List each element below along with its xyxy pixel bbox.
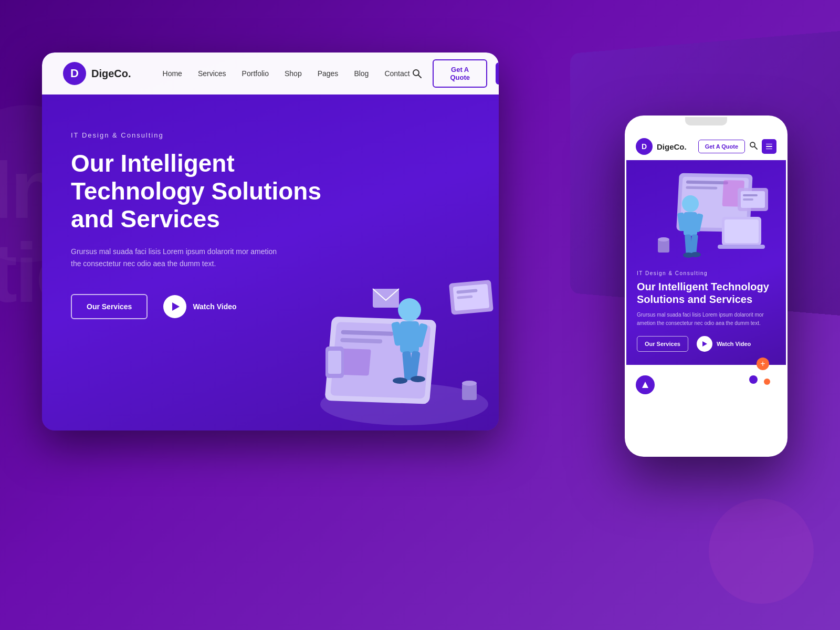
desktop-watch-video-label: Watch Video bbox=[193, 302, 236, 311]
svg-rect-30 bbox=[686, 186, 717, 189]
mobile-hero-title: Our Intelligent Technology Solutions and… bbox=[637, 280, 775, 306]
nav-link-blog[interactable]: Blog bbox=[354, 69, 369, 78]
mobile-hero-text: IT Design & Consulting Our Intelligent T… bbox=[626, 265, 786, 362]
mobile-hamburger-line-1 bbox=[766, 144, 772, 145]
svg-point-8 bbox=[398, 298, 421, 321]
desktop-hero-content: IT Design & Consulting Our Intelligent T… bbox=[42, 94, 499, 430]
mobile-search-icon[interactable] bbox=[749, 141, 758, 152]
svg-line-1 bbox=[418, 75, 421, 78]
desktop-hero-title: Our Intelligent Technology Solutions and… bbox=[71, 150, 333, 233]
svg-point-39 bbox=[690, 252, 701, 257]
svg-point-14 bbox=[393, 377, 407, 384]
svg-rect-41 bbox=[724, 219, 759, 243]
mobile-card: D DigeCo. Get A Quote bbox=[625, 116, 788, 457]
svg-point-21 bbox=[462, 381, 477, 386]
nav-link-home[interactable]: Home bbox=[163, 69, 182, 78]
mobile-watch-video-button[interactable]: Watch Video bbox=[697, 336, 751, 352]
mobile-hero-description: Grursus mal suada faci lisis Lorem ipsum… bbox=[637, 311, 775, 328]
mobile-play-triangle-icon bbox=[702, 341, 707, 346]
svg-marker-49 bbox=[642, 382, 648, 388]
desktop-play-circle-icon bbox=[163, 295, 186, 318]
mobile-play-circle-icon bbox=[697, 336, 712, 352]
mobile-get-quote-button[interactable]: Get A Quote bbox=[698, 140, 745, 153]
desktop-navbar: D DigeCo. Home Services Portfolio Shop P… bbox=[42, 52, 499, 94]
desktop-hero-description: Grursus mal suada faci lisis Lorem ipsum… bbox=[71, 246, 281, 271]
mobile-watch-video-label: Watch Video bbox=[717, 341, 751, 347]
desktop-card: D DigeCo. Home Services Portfolio Shop P… bbox=[42, 52, 499, 430]
nav-link-shop[interactable]: Shop bbox=[285, 69, 302, 78]
svg-rect-42 bbox=[718, 245, 765, 249]
desktop-hamburger-button[interactable] bbox=[496, 62, 499, 85]
desktop-hero-illustration bbox=[299, 210, 499, 430]
desktop-get-quote-button[interactable]: Get A Quote bbox=[433, 59, 488, 88]
mobile-bottom-icon-blue bbox=[636, 375, 655, 394]
svg-rect-24 bbox=[328, 351, 341, 374]
mobile-navbar: D DigeCo. Get A Quote bbox=[626, 133, 786, 160]
mobile-logo-letter: D bbox=[642, 142, 647, 151]
desktop-isometric-svg bbox=[299, 210, 499, 430]
desktop-our-services-button[interactable]: Our Services bbox=[71, 294, 148, 319]
mobile-status-bar bbox=[626, 117, 786, 133]
desktop-watch-video-button[interactable]: Watch Video bbox=[163, 295, 236, 318]
desktop-logo-text: DigeCo. bbox=[91, 68, 131, 80]
mobile-isometric-svg bbox=[633, 162, 780, 264]
bg-circle-2 bbox=[709, 499, 814, 604]
mobile-hero-section: IT Design & Consulting Our Intelligent T… bbox=[626, 160, 786, 365]
nav-link-portfolio[interactable]: Portfolio bbox=[242, 69, 269, 78]
desktop-nav-right: Get A Quote bbox=[410, 59, 499, 88]
nav-link-services[interactable]: Services bbox=[198, 69, 226, 78]
mobile-hamburger-line-3 bbox=[766, 149, 772, 150]
desktop-play-triangle-icon bbox=[172, 302, 180, 311]
mobile-logo-circle: D bbox=[636, 138, 653, 155]
desktop-logo-letter: D bbox=[70, 67, 79, 80]
svg-point-48 bbox=[658, 237, 669, 242]
svg-point-32 bbox=[682, 195, 699, 212]
mobile-hero-illustration bbox=[626, 160, 786, 265]
mobile-bottom-section: + bbox=[626, 365, 786, 457]
mobile-hamburger-button[interactable] bbox=[762, 139, 776, 154]
svg-rect-9 bbox=[400, 321, 419, 353]
nav-link-contact[interactable]: Contact bbox=[384, 69, 410, 78]
desktop-search-icon[interactable] bbox=[410, 64, 424, 83]
svg-rect-46 bbox=[743, 198, 753, 201]
desktop-nav-links: Home Services Portfolio Shop Pages Blog … bbox=[163, 69, 410, 78]
mobile-hero-subtitle: IT Design & Consulting bbox=[637, 270, 775, 276]
mobile-bottom-dot-blue bbox=[749, 375, 758, 384]
nav-link-pages[interactable]: Pages bbox=[318, 69, 339, 78]
desktop-hero-subtitle: IT Design & Consulting bbox=[71, 131, 470, 139]
svg-line-26 bbox=[754, 146, 757, 149]
svg-point-15 bbox=[411, 376, 425, 382]
mobile-add-button[interactable]: + bbox=[757, 358, 769, 370]
mobile-logo-text: DigeCo. bbox=[657, 142, 694, 151]
mobile-hero-buttons: Our Services Watch Video bbox=[637, 336, 775, 352]
mobile-our-services-button[interactable]: Our Services bbox=[637, 336, 688, 352]
svg-rect-45 bbox=[743, 194, 758, 196]
mobile-hamburger-line-2 bbox=[766, 146, 772, 147]
mobile-bottom-dot-orange bbox=[764, 379, 770, 385]
desktop-logo-circle: D bbox=[63, 62, 86, 85]
mobile-notch bbox=[685, 117, 727, 125]
